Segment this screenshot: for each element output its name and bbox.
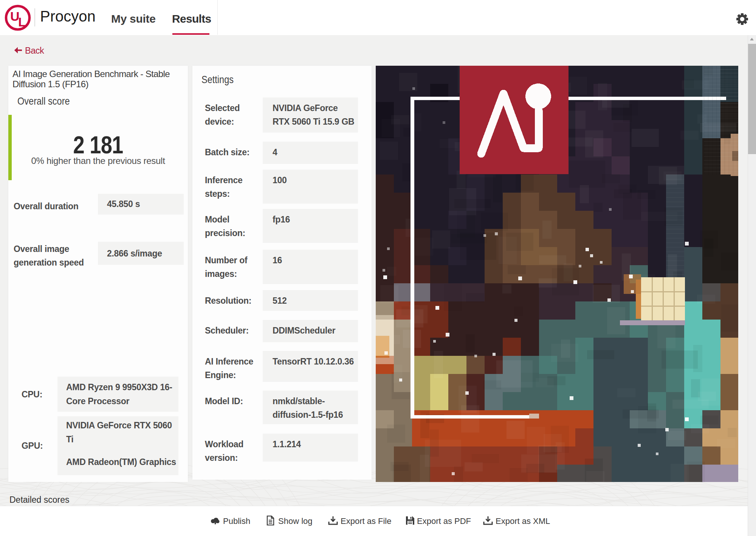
svg-text:L: L [18,15,26,29]
